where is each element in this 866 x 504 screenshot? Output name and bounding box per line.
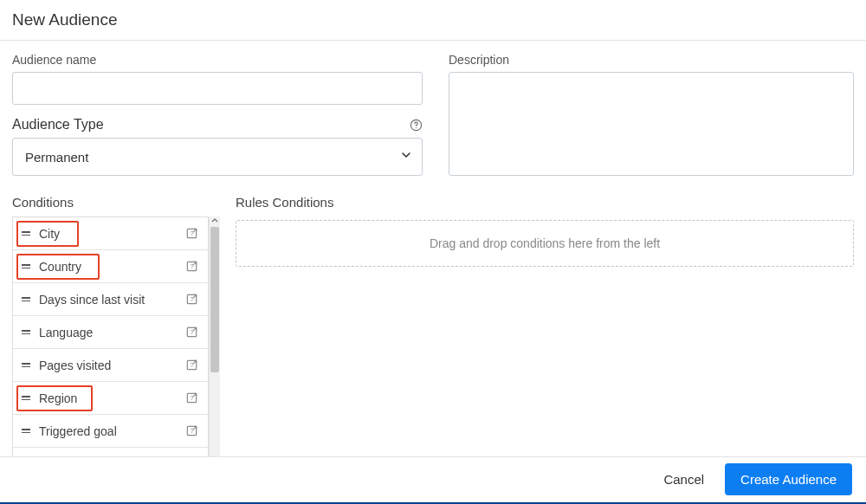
drag-handle-icon[interactable] — [20, 297, 32, 301]
drag-handle-icon[interactable] — [20, 363, 32, 367]
scrollbar[interactable] — [209, 216, 220, 456]
condition-item[interactable]: Pages visited? — [13, 349, 208, 382]
audience-type-select[interactable]: Permanent — [12, 138, 423, 176]
svg-text:?: ? — [190, 361, 193, 369]
popout-help-icon[interactable]: ? — [184, 391, 199, 406]
audience-name-input[interactable] — [12, 72, 423, 105]
condition-item[interactable]: Language? — [13, 316, 208, 349]
audience-type-value: Permanent — [25, 150, 88, 165]
audience-type-select-wrap: Permanent — [12, 138, 423, 176]
drag-handle-icon[interactable] — [20, 231, 32, 236]
popout-help-icon[interactable]: ? — [184, 423, 199, 439]
condition-item[interactable] — [13, 448, 208, 456]
page-footer: Cancel Create Audience — [0, 456, 866, 504]
audience-type-label-row: Audience Type — [12, 117, 423, 132]
page-body: Audience name Audience Type — [0, 41, 866, 456]
conditions-list[interactable]: City?Country?Days since last visit?Langu… — [12, 216, 209, 456]
popout-help-icon[interactable]: ? — [184, 259, 199, 275]
scroll-thumb[interactable] — [210, 227, 219, 372]
popout-help-icon[interactable]: ? — [184, 226, 199, 242]
description-textarea[interactable] — [449, 72, 854, 176]
popout-help-icon[interactable]: ? — [184, 325, 199, 340]
condition-item[interactable]: Days since last visit? — [13, 283, 208, 316]
audience-name-label: Audience name — [12, 53, 423, 67]
audience-type-block: Audience Type Permanent — [12, 117, 423, 176]
cancel-button[interactable]: Cancel — [660, 467, 708, 492]
form-right-column: Description — [449, 53, 854, 176]
svg-text:?: ? — [190, 229, 193, 237]
page-header: New Audience — [0, 0, 866, 41]
conditions-panel: Conditions City?Country?Days since last … — [12, 195, 220, 456]
audience-type-label: Audience Type — [12, 117, 104, 132]
condition-item[interactable]: Country? — [13, 250, 208, 283]
scroll-up-icon — [210, 216, 220, 225]
help-icon[interactable] — [409, 118, 423, 132]
new-audience-page: New Audience Audience name Audience Type — [0, 0, 866, 504]
condition-label: Region — [39, 391, 184, 405]
rules-dropzone[interactable]: Drag and drop conditions here from the l… — [236, 220, 854, 267]
condition-label: Country — [39, 260, 184, 274]
condition-item[interactable]: Triggered goal? — [13, 415, 208, 448]
rules-label: Rules Conditions — [236, 195, 854, 210]
condition-label: Pages visited — [39, 359, 184, 372]
drag-handle-icon[interactable] — [20, 396, 32, 400]
conditions-label: Conditions — [12, 195, 220, 210]
popout-help-icon[interactable]: ? — [184, 292, 199, 307]
conditions-list-container: City?Country?Days since last visit?Langu… — [12, 216, 220, 456]
rules-panel: Rules Conditions Drag and drop condition… — [220, 195, 854, 456]
condition-label: Days since last visit — [39, 293, 184, 307]
condition-item[interactable]: Region? — [13, 382, 208, 415]
svg-text:?: ? — [190, 328, 193, 336]
condition-label: Language — [39, 326, 184, 339]
drag-handle-icon[interactable] — [20, 330, 32, 334]
drag-handle-icon[interactable] — [20, 429, 32, 433]
svg-text:?: ? — [190, 262, 193, 270]
form-top-row: Audience name Audience Type — [12, 53, 854, 176]
svg-point-1 — [415, 127, 416, 128]
svg-text:?: ? — [190, 394, 193, 402]
condition-label: Triggered goal — [39, 424, 184, 438]
page-title: New Audience — [12, 10, 854, 29]
svg-text:?: ? — [190, 427, 193, 435]
condition-label: City — [39, 227, 184, 241]
create-audience-button[interactable]: Create Audience — [725, 463, 852, 495]
conditions-row: Conditions City?Country?Days since last … — [12, 195, 854, 456]
condition-item[interactable]: City? — [13, 217, 208, 250]
drag-handle-icon[interactable] — [20, 264, 32, 268]
dropzone-placeholder: Drag and drop conditions here from the l… — [430, 236, 660, 250]
svg-text:?: ? — [190, 295, 193, 303]
form-left-column: Audience name Audience Type — [12, 53, 423, 176]
description-label: Description — [449, 53, 854, 67]
popout-help-icon[interactable]: ? — [184, 358, 199, 373]
